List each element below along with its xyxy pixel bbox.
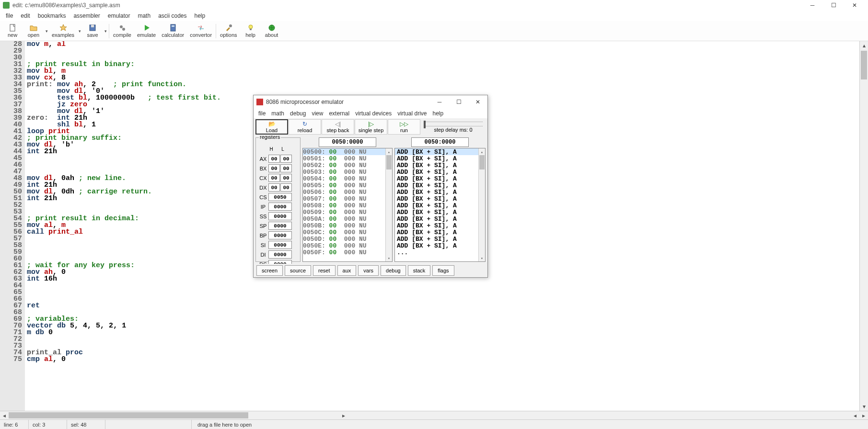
memory-row[interactable]: 0050E: 00 000 NU: [303, 242, 385, 249]
disasm-row[interactable]: ADD [BX + SI], A: [395, 169, 478, 175]
scroll-left2-icon[interactable]: ◂: [851, 411, 859, 419]
disasm-row[interactable]: ADD [BX + SI], A: [395, 182, 478, 189]
help-button[interactable]: help: [240, 22, 261, 40]
scroll-left-icon[interactable]: ◂: [0, 411, 9, 419]
about-button[interactable]: about: [261, 22, 282, 40]
save-dropdown-arrow[interactable]: ▾: [103, 22, 108, 40]
menu-help[interactable]: help: [191, 11, 209, 20]
emulator-title-bar[interactable]: 8086 microprocessor emulator ─ ☐ ✕: [254, 95, 487, 109]
compile-button[interactable]: compile: [110, 22, 134, 40]
menu-bookmarks[interactable]: bookmarks: [34, 11, 70, 20]
scroll-up-icon[interactable]: ▴: [860, 41, 868, 50]
emu-debug-button[interactable]: debug: [381, 265, 406, 276]
emu-singlestep-button[interactable]: |▷single step: [355, 119, 387, 135]
memory-row[interactable]: 0050F: 00 000 NU: [303, 249, 385, 256]
examples-button[interactable]: examples: [49, 22, 77, 40]
reg-IP[interactable]: [268, 203, 292, 211]
reg-CS[interactable]: [268, 193, 292, 201]
disasm-row[interactable]: ...: [395, 249, 478, 256]
vertical-scrollbar[interactable]: ▴ ▾: [859, 41, 868, 411]
open-button[interactable]: open: [23, 22, 44, 40]
disasm-scrollbar[interactable]: ▴ ▾: [478, 148, 485, 261]
memory-row[interactable]: 00503: 00 000 NU: [303, 169, 385, 175]
reg-BX-h[interactable]: [268, 164, 280, 172]
save-button[interactable]: save: [82, 22, 103, 40]
disasm-row[interactable]: ADD [BX + SI], A: [395, 215, 478, 222]
minimize-button[interactable]: ─: [802, 0, 823, 11]
memory-scrollbar[interactable]: ▴ ▾: [385, 148, 392, 261]
disasm-row[interactable]: ADD [BX + SI], A: [395, 189, 478, 195]
emu-menu-virtual-devices[interactable]: virtual devices: [352, 110, 394, 117]
reg-CX-h[interactable]: [268, 174, 280, 182]
emu-stack-button[interactable]: stack: [408, 265, 431, 276]
emu-source-button[interactable]: source: [285, 265, 311, 276]
emulate-button[interactable]: emulate: [134, 22, 159, 40]
close-button[interactable]: ✕: [844, 0, 865, 11]
reg-DS[interactable]: [268, 260, 292, 264]
memory-row[interactable]: 00504: 00 000 NU: [303, 175, 385, 182]
memory-row[interactable]: 00500: 00 000 NU: [303, 148, 385, 155]
memory-row[interactable]: 0050D: 00 000 NU: [303, 236, 385, 242]
emu-flags-button[interactable]: flags: [432, 265, 454, 276]
disasm-row[interactable]: ADD [BX + SI], A: [395, 148, 478, 155]
examples-dropdown-arrow[interactable]: ▾: [77, 22, 82, 40]
reg-DX-h[interactable]: [268, 183, 280, 192]
emu-screen-button[interactable]: screen: [256, 265, 283, 276]
disasm-row[interactable]: ADD [BX + SI], A: [395, 229, 478, 236]
disasm-row[interactable]: ADD [BX + SI], A: [395, 155, 478, 162]
emu-aux-button[interactable]: aux: [337, 265, 357, 276]
reg-SP[interactable]: [268, 222, 292, 230]
emu-reload-button[interactable]: ↻reload: [289, 119, 321, 135]
disasm-row[interactable]: ADD [BX + SI], A: [395, 175, 478, 182]
maximize-button[interactable]: ☐: [823, 0, 844, 11]
reg-DI[interactable]: [268, 250, 292, 259]
menu-edit[interactable]: edit: [17, 11, 34, 20]
reg-CX-l[interactable]: [280, 174, 292, 182]
emu-menu-virtual-drive[interactable]: virtual drive: [394, 110, 429, 117]
disasm-row[interactable]: ADD [BX + SI], A: [395, 222, 478, 229]
emu-vars-button[interactable]: vars: [358, 265, 379, 276]
emu-menu-file[interactable]: file: [255, 110, 268, 117]
emu-close-button[interactable]: ✕: [468, 95, 487, 109]
reg-AX-h[interactable]: [268, 155, 280, 163]
hscroll-thumb[interactable]: [9, 412, 248, 418]
memory-row[interactable]: 00505: 00 000 NU: [303, 182, 385, 189]
memory-row[interactable]: 00509: 00 000 NU: [303, 209, 385, 215]
open-dropdown-arrow[interactable]: ▾: [44, 22, 49, 40]
disasm-row[interactable]: ADD [BX + SI], A: [395, 236, 478, 242]
disasm-row[interactable]: ADD [BX + SI], A: [395, 202, 478, 209]
disassembly-list[interactable]: ADD [BX + SI], AADD [BX + SI], AADD [BX …: [394, 148, 486, 262]
reg-SS[interactable]: [268, 212, 292, 220]
reg-BP[interactable]: [268, 231, 292, 239]
memory-row[interactable]: 0050C: 00 000 NU: [303, 229, 385, 236]
menu-emulator[interactable]: emulator: [104, 11, 134, 20]
emu-maximize-button[interactable]: ☐: [449, 95, 468, 109]
emu-menu-math[interactable]: math: [268, 110, 287, 117]
convertor-button[interactable]: convertor: [187, 22, 215, 40]
reg-DX-l[interactable]: [280, 183, 292, 192]
menu-math[interactable]: math: [134, 11, 154, 20]
scroll-right-icon[interactable]: ▸: [339, 411, 348, 419]
emu-menu-help[interactable]: help: [430, 110, 447, 117]
scroll-right2-icon[interactable]: ▸: [859, 411, 868, 419]
disasm-row[interactable]: ADD [BX + SI], A: [395, 195, 478, 202]
calculator-button[interactable]: calculator: [159, 22, 187, 40]
reg-AX-l[interactable]: [280, 155, 292, 163]
disasm-row[interactable]: ADD [BX + SI], A: [395, 162, 478, 169]
emu-menu-view[interactable]: view: [309, 110, 326, 117]
memory-address-input[interactable]: 0050:0000: [319, 137, 376, 147]
emu-menu-debug[interactable]: debug: [287, 110, 309, 117]
memory-row[interactable]: 00507: 00 000 NU: [303, 195, 385, 202]
emu-load-button[interactable]: 📂Load: [255, 119, 288, 135]
memory-row[interactable]: 0050A: 00 000 NU: [303, 215, 385, 222]
new-button[interactable]: new: [2, 22, 23, 40]
disasm-address-input[interactable]: 0050:0000: [411, 137, 469, 147]
disasm-row[interactable]: ADD [BX + SI], A: [395, 209, 478, 215]
disasm-row[interactable]: ADD [BX + SI], A: [395, 242, 478, 249]
memory-row[interactable]: 0050B: 00 000 NU: [303, 222, 385, 229]
options-button[interactable]: options: [217, 22, 240, 40]
scroll-thumb[interactable]: [861, 51, 867, 79]
memory-list[interactable]: 00500: 00 000 NU00501: 00 000 NU00502: 0…: [302, 148, 393, 262]
emu-menu-external[interactable]: external: [326, 110, 352, 117]
memory-row[interactable]: 00502: 00 000 NU: [303, 162, 385, 169]
